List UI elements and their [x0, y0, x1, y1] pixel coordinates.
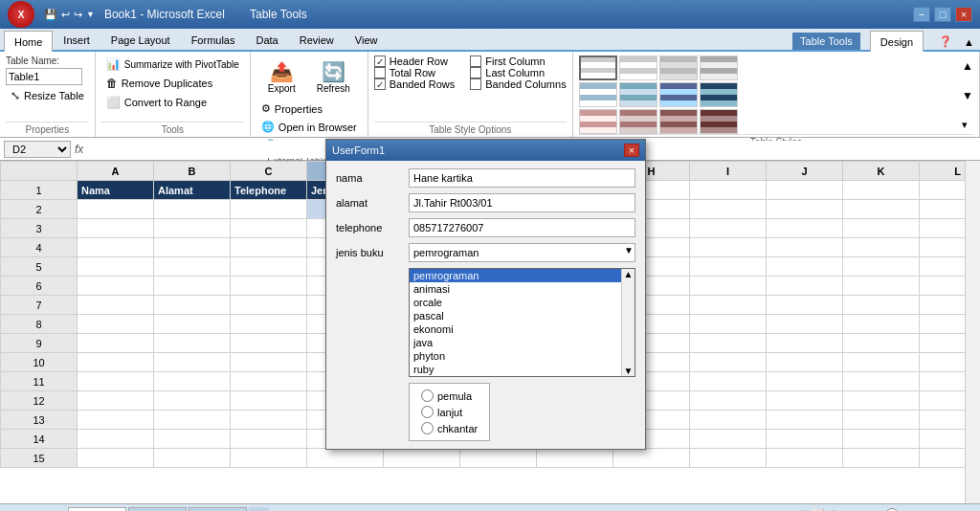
telephone-input[interactable]	[409, 218, 635, 237]
cell-A2[interactable]	[78, 200, 154, 219]
ribbon-help-icon[interactable]: ❓	[933, 33, 958, 50]
dropdown-item-phyton[interactable]: phyton	[410, 349, 621, 363]
cell-I1[interactable]	[690, 181, 767, 200]
row-num-1[interactable]: 1	[1, 181, 78, 200]
styles-up-icon[interactable]: ▲	[962, 59, 973, 73]
table-style-swatch-8[interactable]	[700, 82, 738, 107]
cell-J1[interactable]	[767, 181, 843, 200]
sheet-tab-3[interactable]: Sheet3	[189, 507, 247, 511]
radio-chkantar[interactable]	[421, 422, 434, 434]
radio-lanjut[interactable]	[421, 406, 434, 418]
banded-rows-checkbox[interactable]	[374, 78, 386, 90]
remove-duplicates-button[interactable]: 🗑 Remove Duplicates	[101, 75, 244, 92]
col-header-L[interactable]: L	[920, 162, 966, 181]
last-column-checkbox-row[interactable]: Last Column	[470, 67, 566, 78]
styles-more-icon[interactable]: ▾	[962, 119, 973, 131]
row-num-2[interactable]: 2	[1, 200, 78, 219]
total-row-checkbox-row[interactable]: Total Row	[374, 67, 456, 78]
dropdown-item-pemrograman[interactable]: pemrograman	[410, 269, 621, 282]
customize-icon[interactable]: ▼	[86, 10, 95, 19]
alamat-input[interactable]	[409, 193, 635, 212]
table-style-swatch-12[interactable]	[700, 109, 738, 134]
tab-review[interactable]: Review	[289, 29, 345, 50]
save-icon[interactable]: 💾	[44, 9, 57, 21]
cell-L2[interactable]	[920, 200, 966, 219]
header-row-checkbox[interactable]	[374, 56, 386, 67]
dropdown-item-java[interactable]: java	[410, 336, 621, 349]
tab-home[interactable]: Home	[4, 31, 53, 52]
tab-insert[interactable]: Insert	[53, 29, 100, 50]
cell-A1[interactable]: Nama	[78, 181, 154, 200]
cell-L1[interactable]	[920, 181, 966, 200]
open-browser-button[interactable]: 🌐 Open in Browser	[256, 119, 362, 135]
col-header-A[interactable]: A	[78, 162, 154, 181]
col-header-K[interactable]: K	[843, 162, 920, 181]
zoom-thumb[interactable]	[885, 508, 899, 512]
cell-J2[interactable]	[767, 200, 843, 219]
table-style-swatch-6[interactable]	[619, 82, 657, 107]
dropdown-item-ruby[interactable]: ruby	[410, 363, 621, 376]
export-button[interactable]: 📤 Export	[259, 56, 304, 99]
sheet-tab-2[interactable]: Sheet2	[128, 507, 187, 511]
dropdown-item-orcale[interactable]: orcale	[410, 296, 621, 309]
vertical-scrollbar[interactable]	[965, 161, 980, 503]
table-style-swatch-4[interactable]	[700, 56, 738, 80]
userform-dialog[interactable]: UserForm1 × nama alamat telephone	[325, 139, 646, 450]
tab-page-layout[interactable]: Page Layout	[100, 29, 181, 50]
ribbon-minimize-icon[interactable]: ▲	[958, 34, 980, 50]
dropdown-scrollbar[interactable]: ▲ ▼	[621, 269, 635, 376]
cell-I2[interactable]	[690, 200, 767, 219]
header-row-checkbox-row[interactable]: Header Row	[374, 56, 456, 67]
undo-icon[interactable]: ↩	[61, 9, 70, 21]
tab-formulas[interactable]: Formulas	[181, 29, 246, 50]
table-style-swatch-7[interactable]	[659, 82, 698, 107]
first-column-checkbox-row[interactable]: First Column	[470, 56, 566, 67]
table-style-swatch-10[interactable]	[619, 109, 657, 134]
col-header-B[interactable]: B	[154, 162, 231, 181]
refresh-button[interactable]: 🔄 Refresh	[308, 56, 359, 99]
table-name-input[interactable]	[6, 68, 82, 85]
resize-table-button[interactable]: ⤡ Resize Table	[6, 87, 89, 104]
minimize-button[interactable]: −	[913, 7, 930, 22]
dropdown-item-animasi[interactable]: animasi	[410, 282, 621, 296]
banded-columns-checkbox-row[interactable]: Banded Columns	[470, 78, 566, 90]
dialog-close-button[interactable]: ×	[624, 144, 639, 157]
cell-C1[interactable]: Telephone	[231, 181, 307, 200]
tab-view[interactable]: View	[345, 29, 389, 50]
last-column-checkbox[interactable]	[470, 67, 481, 78]
office-button[interactable]: X	[8, 1, 34, 28]
nama-input[interactable]	[409, 168, 635, 188]
tab-design[interactable]: Design	[870, 31, 924, 52]
sheet-tab-1[interactable]: Sheet1	[68, 507, 126, 511]
maximize-button[interactable]: □	[934, 7, 951, 22]
cell-B1[interactable]: Alamat	[154, 181, 231, 200]
table-style-swatch-5[interactable]	[579, 82, 617, 107]
dropdown-item-pascal[interactable]: pascal	[410, 309, 621, 322]
close-button[interactable]: ×	[955, 7, 972, 22]
jenis-buku-input[interactable]	[409, 243, 635, 262]
banded-columns-checkbox[interactable]	[470, 78, 481, 90]
summarize-pivottable-button[interactable]: 📊 Summarize with PivotTable	[101, 56, 244, 73]
col-header-I[interactable]: I	[690, 162, 767, 181]
cell-reference-box[interactable]: D2	[4, 141, 71, 158]
table-style-swatch-1[interactable]	[579, 56, 617, 80]
banded-rows-checkbox-row[interactable]: Banded Rows	[374, 78, 456, 90]
dropdown-item-ekonomi[interactable]: ekonomi	[410, 322, 621, 336]
dropdown-list[interactable]: pemrograman animasi orcale pascal ekonom…	[409, 268, 635, 377]
dropdown-scroll-down[interactable]: ▼	[624, 366, 634, 376]
col-header-J[interactable]: J	[767, 162, 843, 181]
table-style-swatch-9[interactable]	[579, 109, 617, 134]
first-column-checkbox[interactable]	[470, 56, 481, 67]
redo-icon[interactable]: ↪	[74, 9, 82, 21]
sheet-add-tab[interactable]: ⊕	[249, 507, 269, 511]
cell-B2[interactable]	[154, 200, 231, 219]
radio-pemula[interactable]	[421, 389, 434, 402]
total-row-checkbox[interactable]	[374, 67, 386, 78]
cell-C2[interactable]	[231, 200, 307, 219]
col-header-C[interactable]: C	[231, 162, 307, 181]
tab-data[interactable]: Data	[245, 29, 288, 50]
dropdown-scroll-up[interactable]: ▲	[624, 269, 634, 279]
table-style-swatch-3[interactable]	[659, 56, 698, 80]
cell-K1[interactable]	[843, 181, 920, 200]
convert-to-range-button[interactable]: ⬜ Convert to Range	[101, 94, 244, 111]
